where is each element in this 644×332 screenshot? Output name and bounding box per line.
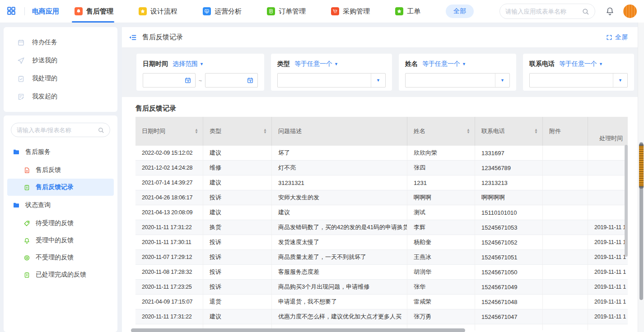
send-icon xyxy=(17,57,25,65)
table-vertical-scrollbar-thumb[interactable] xyxy=(625,145,628,257)
records-table: 日期时间▲▼类型▲▼问题描述姓名▲▼联系电话▲▼附件处理时间 2022-02-0… xyxy=(135,117,628,330)
filter-condition-link[interactable]: 选择范围▼ xyxy=(173,60,204,68)
cart-app-icon xyxy=(331,7,339,15)
date-start-input[interactable] xyxy=(143,73,196,88)
user-avatar[interactable] xyxy=(623,5,637,18)
table-row[interactable]: 2020-11-08 17:28:32投诉客服服务态度差胡润华152456710… xyxy=(135,265,628,280)
filter-condition-link[interactable]: 等于任意一个▼ xyxy=(294,60,338,68)
sidebar-item-label: 抄送我的 xyxy=(32,56,57,65)
app-brand[interactable]: 电商应用 xyxy=(32,7,59,16)
nav-tab[interactable]: 运营分析 xyxy=(203,0,242,23)
nav-tab[interactable]: 设计流程 xyxy=(139,0,177,23)
tree-folder[interactable]: 售后服务 xyxy=(4,143,117,161)
nav-tab[interactable]: 订单管理 xyxy=(267,0,306,23)
table-row[interactable]: 2020-11-11 17:23:25投诉商品购买3个月出现问题，申请维修张华1… xyxy=(135,280,628,295)
table-cell: 2021-04-09 17:15:07 xyxy=(135,295,203,309)
table-title: 售后反馈记录 xyxy=(135,103,644,113)
filter-condition-link[interactable]: 等于任意一个▼ xyxy=(422,60,466,68)
table-cell: 发货速度太慢了 xyxy=(272,235,407,249)
all-apps-button[interactable]: 全部 xyxy=(446,5,474,18)
nav-tab[interactable]: 采购管理 xyxy=(331,0,370,23)
table-row[interactable]: 2020-11-11 17:31:22建议优惠力度不怎么样，建议优化加大点才更多… xyxy=(135,309,628,324)
table-cell: 2020-11-08 17:28:32 xyxy=(135,265,203,279)
page-title: 售后反馈记录 xyxy=(142,33,183,42)
search-icon[interactable] xyxy=(98,127,104,134)
menu-fold-icon[interactable] xyxy=(129,33,137,42)
sidebar-item-edit-doc[interactable]: 我发起的 xyxy=(4,88,117,106)
window-scrollbar[interactable] xyxy=(638,23,644,332)
column-header[interactable]: 姓名▲▼ xyxy=(407,117,475,146)
date-end-input[interactable] xyxy=(205,73,258,88)
column-header[interactable]: 类型▲▼ xyxy=(203,117,272,146)
date-picker-icon xyxy=(184,77,191,84)
filter-condition-text: 等于任意一个 xyxy=(422,60,460,68)
table-cell: 李辉 xyxy=(407,220,475,235)
horizontal-scrollbar-thumb[interactable] xyxy=(131,328,465,332)
fullscreen-button[interactable]: 全屏 xyxy=(606,33,628,42)
sort-icon[interactable]: ▲▼ xyxy=(261,129,267,134)
filter-card-4: 联系电话等于任意一个▼▼ xyxy=(523,54,634,91)
sidebar-item-send[interactable]: 抄送我的 xyxy=(4,51,117,69)
column-header[interactable]: 联系电话▲▼ xyxy=(475,117,543,146)
table-cell: 投诉 xyxy=(203,280,272,294)
sort-icon[interactable]: ▲▼ xyxy=(532,129,538,134)
table-cell: 啊啊啊 xyxy=(407,190,475,205)
notification-bell-icon[interactable] xyxy=(605,6,615,16)
main-panel: 售后反馈记录 全屏 日期时间选择范围▼~类型等于任意一个▼▼姓名等于任意一个▼▼… xyxy=(122,27,644,332)
table-cell xyxy=(543,250,588,264)
chart-app-icon xyxy=(203,7,211,15)
topbar-search[interactable] xyxy=(499,4,595,19)
table-row[interactable]: 2021-12-02 14:24:28维修灯不亮张四123456789 xyxy=(135,161,628,175)
column-header[interactable]: 日期时间▲▼ xyxy=(135,117,203,146)
apps-grid-icon[interactable] xyxy=(6,6,17,17)
tree-item[interactable]: 已处理完成的反馈 xyxy=(7,266,114,283)
search-icon[interactable] xyxy=(582,8,589,15)
table-row[interactable]: 2020-11-07 17:29:12投诉商品质量太差了，一天不到就坏了王燕冰1… xyxy=(135,250,628,265)
table-row[interactable]: 2021-04-26 18:06:17投诉安师大发生的发啊啊啊啊啊啊啊 xyxy=(135,190,628,205)
table-cell: 15245671051 xyxy=(475,250,543,264)
table-cell: 2022-02-09 15:12:02 xyxy=(135,146,203,160)
tree-item[interactable]: 售后反馈记录 xyxy=(7,179,114,196)
table-cell xyxy=(543,220,588,235)
nav-tab[interactable]: 售后管理 xyxy=(75,0,113,23)
table-cell: 12313213 xyxy=(475,175,543,190)
tree-item[interactable]: 售后反馈 xyxy=(7,161,114,179)
nav-tabs: 售后管理设计流程运营分析订单管理采购管理工单 xyxy=(75,0,446,23)
form-tree-card: 售后服务售后反馈售后反馈记录状态查询待受理的反馈受理中的反馈不受理的反馈已处理完… xyxy=(4,115,117,332)
table-row[interactable]: 2021-04-09 17:15:07退货申请退货，我不想要了雷咸荣152456… xyxy=(135,295,628,309)
sort-icon[interactable]: ▲▼ xyxy=(192,129,198,134)
filter-select[interactable]: ▼ xyxy=(529,73,628,88)
filter-field-label: 联系电话 xyxy=(529,60,555,68)
column-header: 附件 xyxy=(543,117,588,146)
table-cell: 投诉 xyxy=(203,190,272,205)
edit-doc-icon xyxy=(17,93,25,101)
filter-field-label: 日期时间 xyxy=(143,60,168,68)
tree-item[interactable]: 受理中的反馈 xyxy=(7,232,114,249)
nav-tab[interactable]: 工单 xyxy=(395,0,420,23)
table-cell: 雷咸荣 xyxy=(407,295,475,309)
filter-select[interactable]: ▼ xyxy=(277,73,386,88)
tree-folder-label: 状态查询 xyxy=(25,201,51,209)
tree-item[interactable]: 不受理的反馈 xyxy=(7,249,114,266)
filter-condition-link[interactable]: 等于任意一个▼ xyxy=(559,60,603,68)
table-cell: 商品购买3个月出现问题，申请维修 xyxy=(272,280,407,294)
table-row[interactable]: 2020-11-11 17:30:11投诉发货速度太慢了杨贻奎152456710… xyxy=(135,235,628,250)
sidebar-item-calendar[interactable]: 待办任务 xyxy=(4,33,117,51)
table-cell: 2020-11-11 17:31:22 xyxy=(135,220,203,235)
sidebar-search-input[interactable] xyxy=(17,127,98,134)
filter-select[interactable]: ▼ xyxy=(405,73,510,88)
sidebar-search[interactable] xyxy=(11,123,110,137)
topbar-search-input[interactable] xyxy=(505,8,582,15)
sidebar-item-clipboard-check[interactable]: 我处理的 xyxy=(4,69,117,88)
table-row[interactable]: 2020-11-11 17:31:22换货商品发错码数了，买的42的发的是41码… xyxy=(135,220,628,235)
table-row[interactable]: 2021-04-13 20:08:09建议建议测试15110101010 xyxy=(135,205,628,220)
table-cell: 2019-11-11 1 xyxy=(588,235,628,249)
table-row[interactable]: 2021-07-14 14:39:27建议3123132112311231321… xyxy=(135,175,628,190)
tree-folder[interactable]: 状态查询 xyxy=(4,196,117,215)
sort-icon[interactable]: ▲▼ xyxy=(464,129,470,134)
tree-item[interactable]: 待受理的反馈 xyxy=(7,215,114,232)
column-header-label: 附件 xyxy=(549,127,561,135)
tree-item-label: 售后反馈记录 xyxy=(36,183,74,191)
table-row[interactable]: 2022-02-09 15:12:02建议坏了欣欣向荣1331697 xyxy=(135,146,628,161)
table-cell: 灯不亮 xyxy=(272,161,407,175)
